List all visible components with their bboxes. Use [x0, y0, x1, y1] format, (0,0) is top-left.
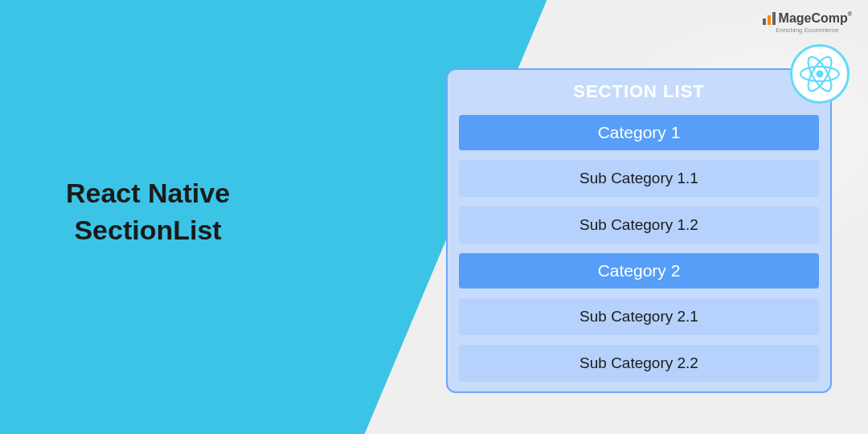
page-title: React Native SectionList	[66, 175, 230, 249]
title-line-1: React Native	[66, 175, 230, 212]
list-item: Sub Category 2.2	[459, 345, 819, 382]
section-header: Category 1	[459, 115, 819, 150]
logo-tagline: Enriching Ecommerce	[776, 27, 838, 34]
logo-name: MageComp®	[779, 11, 852, 26]
list-item: Sub Category 1.2	[459, 207, 819, 244]
section-list-card: SECTION LIST Category 1 Sub Category 1.1…	[446, 68, 832, 393]
list-item: Sub Category 2.1	[459, 298, 819, 335]
logo-bars-icon	[763, 12, 776, 25]
list-item: Sub Category 1.1	[459, 160, 819, 197]
brand-logo: MageComp® Enriching Ecommerce	[763, 11, 852, 34]
react-logo-icon	[790, 44, 850, 104]
svg-point-0	[817, 71, 824, 78]
card-body: Category 1 Sub Category 1.1 Sub Category…	[448, 115, 830, 382]
card-header: SECTION LIST	[448, 70, 830, 115]
title-line-2: SectionList	[66, 212, 230, 249]
section-header: Category 2	[459, 253, 819, 289]
